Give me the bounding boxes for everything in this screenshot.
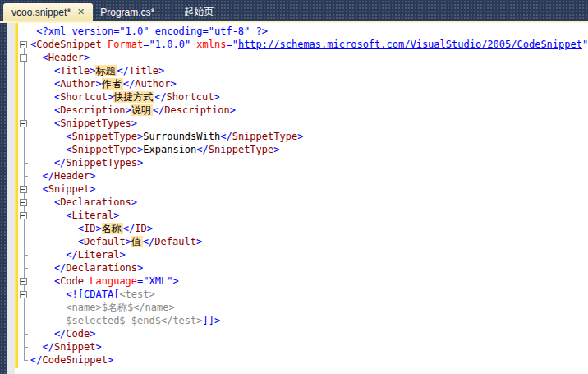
syntax-segment-name: Header	[54, 170, 90, 182]
syntax-segment-delim: >	[137, 157, 143, 169]
syntax-segment-delim: >	[158, 65, 164, 76]
code-line-text: <SnippetTypes>	[30, 117, 137, 130]
code-line[interactable]: </Snippet>	[18, 340, 588, 353]
fold-collapse-icon[interactable]	[20, 278, 27, 285]
fold-end-tick	[24, 163, 28, 164]
fold-collapse-icon[interactable]	[20, 212, 27, 219]
syntax-segment-name: Title	[60, 65, 90, 76]
code-line-text: </Snippet>	[30, 340, 102, 353]
fold-margin-cell	[18, 51, 30, 64]
syntax-segment-name: Snippet	[48, 183, 90, 195]
syntax-segment-delim: >	[95, 341, 101, 353]
code-line[interactable]: $selected$ $end$</test>]]>	[18, 314, 588, 327]
fold-margin-cell	[18, 340, 30, 353]
close-icon[interactable]: ✕	[77, 7, 85, 16]
code-line-text: <Declarations>	[30, 196, 137, 209]
syntax-segment-delim: <	[30, 65, 60, 76]
code-line[interactable]: </Literal>	[18, 248, 588, 261]
tab-start-page[interactable]: 起始页	[177, 3, 221, 21]
fold-collapse-icon[interactable]	[20, 291, 27, 298]
syntax-segment-name: Snippet	[54, 341, 96, 353]
syntax-segment-name: ID	[135, 223, 146, 234]
xml-code-editor[interactable]: <?xml version="1.0" encoding="utf-8" ?><…	[0, 23, 588, 374]
code-line[interactable]: <Snippet>	[18, 182, 588, 196]
syntax-segment-delim: </	[123, 78, 135, 90]
fold-collapse-icon[interactable]	[20, 199, 27, 206]
fold-margin-cell	[18, 38, 30, 51]
tab-program-cs[interactable]: Program.cs*	[93, 3, 162, 21]
code-line[interactable]: <ID>名称</ID>	[18, 222, 588, 235]
code-line[interactable]: <Description>说明</Description>	[18, 104, 588, 117]
syntax-segment-name: SnippetType	[232, 131, 297, 142]
syntax-segment-delim: <	[30, 275, 60, 287]
code-line-text: <Header>	[30, 51, 90, 64]
syntax-segment-delim: >	[131, 196, 137, 208]
code-line[interactable]: <SnippetTypes>	[18, 117, 588, 130]
fold-collapse-icon[interactable]	[20, 120, 27, 127]
code-line[interactable]: <SnippetType>SurroundsWith</SnippetType>	[18, 130, 588, 143]
syntax-segment-name: Default	[154, 236, 196, 247]
fold-margin-cell	[18, 248, 30, 261]
code-line-text: <ID>名称</ID>	[30, 222, 153, 235]
syntax-segment-text: SurroundsWith	[143, 131, 220, 142]
fold-collapse-icon[interactable]	[20, 186, 27, 193]
fold-margin-cell	[18, 261, 30, 275]
code-line[interactable]: <SnippetType>Expansion</SnippetType>	[18, 143, 588, 156]
syntax-segment-name: Code	[66, 328, 90, 339]
code-line[interactable]: </CodeSnippet>	[18, 353, 588, 367]
vs-editor-window: vcoo.snippet* ✕ Program.cs* 起始页 <?xml ve…	[0, 0, 588, 374]
syntax-segment-delim: <![CDATA[	[30, 289, 119, 300]
fold-margin-cell	[18, 90, 30, 104]
code-line[interactable]: <name>$名称$</name>	[18, 301, 588, 314]
syntax-segment-delim: </	[30, 262, 66, 274]
syntax-segment-delim: >	[95, 78, 101, 90]
fold-end-tick	[24, 347, 28, 348]
code-line-text: </CodeSnippet>	[30, 353, 113, 367]
code-line[interactable]: <Declarations>	[18, 196, 588, 209]
fold-margin-cell	[18, 77, 30, 90]
syntax-segment-hl: 快捷方式	[113, 91, 154, 103]
syntax-segment-name: Shortcut	[60, 91, 108, 103]
fold-end-tick	[24, 255, 28, 256]
syntax-segment-delim: ">	[582, 39, 588, 50]
fold-margin-cell	[18, 143, 30, 156]
code-line[interactable]: <![CDATA[<test>	[18, 288, 588, 301]
syntax-segment-cdata: <test>	[119, 289, 154, 300]
code-line[interactable]: <?xml version="1.0" encoding="utf-8" ?>	[18, 25, 588, 38]
fold-guide-line	[24, 235, 25, 248]
code-line[interactable]: <Author>作者</Author>	[18, 77, 588, 90]
code-line[interactable]: </Code>	[18, 327, 588, 340]
code-line[interactable]: </Header>	[18, 169, 588, 182]
code-line[interactable]: <CodeSnippet Format="1.0.0" xmlns="http:…	[18, 38, 588, 51]
syntax-segment-delim: >	[95, 223, 101, 234]
code-line[interactable]: </SnippetTypes>	[18, 156, 588, 169]
code-line-text: <Default>值</Default>	[30, 235, 202, 248]
syntax-segment-delim: <	[30, 236, 84, 247]
code-line[interactable]: </Declarations>	[18, 261, 588, 275]
fold-guide-line	[24, 301, 25, 314]
syntax-segment-hl: 说明	[131, 104, 153, 116]
code-line[interactable]: <Literal>	[18, 209, 588, 222]
fold-margin-cell	[18, 301, 30, 314]
code-line[interactable]: <Default>值</Default>	[18, 235, 588, 248]
fold-guide-line	[24, 143, 25, 156]
fold-collapse-icon[interactable]	[20, 54, 27, 62]
syntax-segment-name: CodeSnippet	[42, 354, 107, 366]
code-line[interactable]: <Title>标题</Title>	[18, 64, 588, 77]
code-line-text: <CodeSnippet Format="1.0.0" xmlns="http:…	[30, 38, 588, 51]
syntax-segment-delim: >	[230, 104, 236, 116]
code-line[interactable]: <Shortcut>快捷方式</Shortcut>	[18, 90, 588, 104]
fold-collapse-icon[interactable]	[20, 41, 27, 48]
fold-guide-line	[24, 90, 25, 104]
code-line[interactable]: <Header>	[18, 51, 588, 64]
syntax-segment-delim: >	[90, 328, 95, 339]
syntax-segment-delim: >	[131, 118, 137, 129]
syntax-segment-delim: >	[297, 131, 303, 142]
syntax-segment-link: http://schemas.microsoft.com/VisualStudi…	[238, 39, 582, 50]
syntax-segment-name: Declarations	[66, 262, 137, 274]
syntax-segment-name: Author	[135, 78, 170, 90]
code-line[interactable]: <Code Language="XML">	[18, 275, 588, 288]
tab-vcoo-snippet[interactable]: vcoo.snippet* ✕	[3, 3, 93, 21]
code-line-text: <Shortcut>快捷方式</Shortcut>	[30, 90, 220, 104]
syntax-segment-delim: <	[30, 196, 60, 208]
